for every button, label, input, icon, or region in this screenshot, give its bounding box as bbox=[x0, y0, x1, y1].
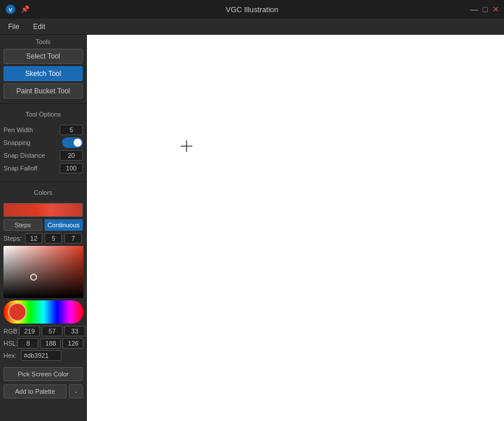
divider-2 bbox=[0, 182, 86, 182]
sidebar: Tools Select Tool Sketch Tool Paint Buck… bbox=[0, 35, 87, 421]
hex-row: Hex: bbox=[3, 350, 83, 361]
steps-input-3[interactable] bbox=[64, 233, 82, 244]
snapping-toggle[interactable] bbox=[62, 137, 83, 148]
pen-width-row: Pen Width bbox=[3, 125, 83, 135]
menu-bar: File Edit bbox=[0, 19, 504, 35]
crosshair bbox=[180, 139, 193, 155]
pin-icon: 📌 bbox=[21, 5, 30, 13]
steps-label: Steps: bbox=[3, 235, 21, 242]
menu-edit[interactable]: Edit bbox=[30, 21, 49, 32]
snap-falloff-input[interactable] bbox=[60, 163, 83, 173]
logo: V bbox=[5, 3, 16, 15]
hex-label: Hex: bbox=[3, 352, 21, 359]
app-title: VGC Illustration bbox=[225, 5, 278, 14]
title-bar: V 📌 VGC Illustration — □ ✕ bbox=[0, 0, 504, 19]
hue-slider[interactable] bbox=[3, 300, 83, 324]
snap-falloff-row: Snap Falloff bbox=[3, 163, 83, 173]
tool-options-label: Tool Options bbox=[0, 107, 86, 120]
remove-palette-button[interactable]: - bbox=[69, 384, 83, 398]
l-input[interactable] bbox=[63, 338, 83, 349]
title-bar-center: VGC Illustration bbox=[225, 5, 278, 14]
color-bar[interactable] bbox=[3, 203, 83, 217]
title-bar-controls: — □ ✕ bbox=[470, 5, 499, 14]
s-input[interactable] bbox=[40, 338, 61, 349]
sketch-tool-button[interactable]: Sketch Tool bbox=[3, 66, 83, 81]
colors-section-label: Colors bbox=[0, 186, 86, 198]
select-tool-button[interactable]: Select Tool bbox=[3, 49, 83, 64]
hue-indicator bbox=[8, 303, 27, 321]
svg-text:V: V bbox=[9, 7, 12, 13]
snap-distance-label: Snap Distance bbox=[3, 152, 60, 159]
menu-file[interactable]: File bbox=[5, 21, 23, 32]
add-palette-button[interactable]: Add to Palette bbox=[3, 384, 67, 398]
canvas-area[interactable] bbox=[87, 35, 504, 421]
color-picker-canvas[interactable] bbox=[3, 246, 83, 298]
snap-falloff-label: Snap Falloff bbox=[3, 165, 60, 172]
hsl-label: HSL: bbox=[3, 340, 17, 347]
main-layout: Tools Select Tool Sketch Tool Paint Buck… bbox=[0, 35, 504, 421]
h-input[interactable] bbox=[17, 338, 38, 349]
steps-input-1[interactable] bbox=[25, 233, 42, 244]
b-input[interactable] bbox=[64, 326, 85, 336]
r-input[interactable] bbox=[19, 326, 40, 336]
hsl-row: HSL: bbox=[3, 338, 83, 349]
rgb-label: RGB: bbox=[3, 328, 19, 335]
continuous-tab[interactable]: Continuous bbox=[45, 219, 83, 231]
pick-screen-color-button[interactable]: Pick Screen Color bbox=[3, 367, 83, 381]
snapping-label: Snapping bbox=[3, 139, 62, 146]
tab-row: Steps Continuous bbox=[3, 219, 83, 231]
snapping-row: Snapping bbox=[3, 137, 83, 148]
maximize-button[interactable]: □ bbox=[483, 5, 488, 14]
snap-distance-input[interactable] bbox=[60, 150, 83, 161]
close-button[interactable]: ✕ bbox=[492, 5, 499, 14]
g-input[interactable] bbox=[42, 326, 63, 336]
rgb-row: RGB: bbox=[3, 326, 83, 336]
pen-width-label: Pen Width bbox=[3, 126, 60, 133]
steps-tab[interactable]: Steps bbox=[3, 219, 42, 231]
steps-input-2[interactable] bbox=[45, 233, 62, 244]
color-inputs: RGB: HSL: Hex: bbox=[3, 326, 83, 361]
tool-options-section: Pen Width Snapping Snap Distance Snap Fa… bbox=[0, 120, 86, 178]
tools-section-label: Tools bbox=[0, 35, 86, 48]
minimize-button[interactable]: — bbox=[470, 5, 479, 14]
title-bar-left: V 📌 bbox=[5, 3, 30, 15]
colors-section: Steps Continuous Steps: bbox=[0, 198, 86, 365]
paint-bucket-tool-button[interactable]: Paint Bucket Tool bbox=[3, 84, 83, 99]
hex-input[interactable] bbox=[21, 350, 61, 361]
add-palette-row: Add to Palette - bbox=[3, 384, 83, 398]
steps-row: Steps: bbox=[3, 233, 83, 244]
pen-width-input[interactable] bbox=[60, 125, 83, 135]
color-picker-gradient bbox=[3, 246, 83, 298]
divider-1 bbox=[0, 103, 86, 104]
snap-distance-row: Snap Distance bbox=[3, 150, 83, 161]
